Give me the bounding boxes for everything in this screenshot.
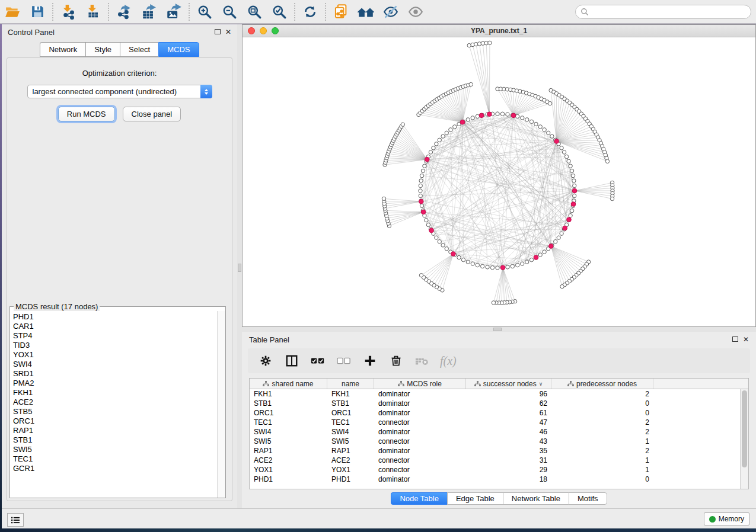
network-node[interactable] (554, 240, 557, 243)
network-node[interactable] (419, 184, 422, 187)
column-header-successor-nodes[interactable]: successor nodes∨ (466, 379, 551, 389)
network-node[interactable] (573, 194, 576, 197)
mcds-result-item[interactable]: GCR1 (13, 464, 217, 473)
export-image-button[interactable] (161, 1, 186, 23)
network-node[interactable] (550, 134, 554, 138)
network-node[interactable] (570, 209, 573, 212)
network-node[interactable] (605, 159, 609, 163)
network-node[interactable] (441, 243, 445, 247)
table-row[interactable]: TEC1TEC1connector472 (250, 418, 740, 427)
network-node[interactable] (610, 197, 614, 200)
network-node[interactable] (521, 262, 524, 265)
network-node[interactable] (490, 266, 494, 270)
network-node[interactable] (453, 125, 457, 129)
network-window-titlebar[interactable]: YPA_prune.txt_1 (243, 25, 755, 37)
table-cell[interactable]: 35 (466, 446, 551, 456)
mcds-network-node[interactable] (479, 113, 484, 118)
network-node[interactable] (500, 112, 504, 116)
import-table-button[interactable] (81, 1, 106, 23)
network-node[interactable] (515, 263, 519, 267)
mcds-result-item[interactable]: ACE2 (13, 398, 217, 407)
network-node[interactable] (435, 142, 438, 146)
show-columns-button[interactable] (283, 351, 300, 370)
network-node[interactable] (511, 264, 514, 268)
table-cell[interactable]: 31 (466, 456, 551, 465)
network-node[interactable] (496, 112, 499, 116)
network-node[interactable] (506, 113, 509, 116)
table-cell[interactable]: FKH1 (327, 389, 374, 399)
network-node[interactable] (572, 179, 576, 182)
network-node[interactable] (534, 122, 538, 126)
table-cell[interactable]: YOX1 (250, 465, 327, 475)
mcds-result-item[interactable]: CAR1 (13, 322, 217, 331)
table-cell[interactable]: YOX1 (327, 465, 374, 475)
table-row[interactable]: SWI4SWI4dominator462 (250, 427, 740, 437)
network-node[interactable] (547, 131, 550, 134)
mcds-result-item[interactable]: PMA2 (13, 379, 217, 388)
table-cell[interactable]: 2 (551, 427, 653, 437)
export-table-button[interactable] (136, 1, 161, 23)
tab-network[interactable]: Network (40, 42, 85, 57)
table-cell[interactable]: SWI5 (250, 437, 327, 446)
network-node[interactable] (419, 179, 423, 182)
mcds-network-node[interactable] (451, 252, 456, 257)
open-file-button[interactable] (0, 1, 25, 23)
network-node[interactable] (429, 150, 432, 154)
network-node[interactable] (382, 197, 385, 200)
table-row[interactable]: ORC1ORC1dominator610 (250, 408, 740, 418)
network-node[interactable] (466, 260, 470, 264)
tab-edge-table[interactable]: Edge Table (447, 492, 503, 505)
network-node[interactable] (562, 150, 566, 154)
tab-motifs[interactable]: Motifs (569, 492, 607, 505)
network-node[interactable] (441, 134, 445, 138)
network-node[interactable] (571, 174, 575, 177)
network-node[interactable] (426, 223, 430, 226)
network-node[interactable] (573, 184, 576, 187)
tab-mcds[interactable]: MCDS (158, 42, 199, 57)
table-cell[interactable]: 62 (466, 399, 551, 408)
mcds-network-node[interactable] (572, 188, 577, 193)
table-cell[interactable]: 2 (551, 389, 653, 399)
network-node[interactable] (506, 265, 509, 269)
network-node[interactable] (425, 219, 428, 222)
copy-style-button[interactable] (328, 1, 353, 23)
table-cell[interactable]: dominator (374, 408, 466, 418)
network-node[interactable] (570, 169, 573, 172)
network-canvas[interactable] (243, 37, 755, 326)
network-node[interactable] (486, 265, 489, 269)
node-table[interactable]: shared namenameMCDS rolesuccessor nodes∨… (249, 378, 749, 489)
table-row[interactable]: STB1STB1dominator620 (250, 399, 740, 408)
network-node[interactable] (423, 164, 426, 168)
function-builder-button[interactable]: f(x) (440, 351, 457, 370)
network-node[interactable] (432, 146, 435, 150)
add-column-button[interactable] (362, 351, 378, 370)
network-node[interactable] (401, 123, 404, 126)
table-cell[interactable]: 2 (551, 446, 653, 456)
network-node[interactable] (445, 247, 448, 251)
network-node[interactable] (529, 120, 533, 123)
network-node[interactable] (525, 260, 529, 264)
table-row[interactable]: YOX1YOX1connector291 (250, 465, 740, 475)
tab-style[interactable]: Style (85, 42, 120, 57)
network-node[interactable] (466, 118, 470, 121)
table-cell[interactable]: SWI4 (250, 427, 327, 437)
refresh-button[interactable] (298, 1, 323, 23)
tab-network-table[interactable]: Network Table (503, 492, 569, 505)
mcds-result-item[interactable]: RAP1 (13, 426, 217, 435)
table-cell[interactable]: 1 (551, 456, 653, 465)
network-node[interactable] (543, 250, 546, 254)
hide-selected-button[interactable] (378, 1, 403, 23)
network-node[interactable] (445, 131, 448, 134)
network-node[interactable] (471, 116, 474, 120)
table-cell[interactable]: SWI4 (327, 427, 374, 437)
network-node[interactable] (419, 273, 423, 277)
mcds-result-scrollbar[interactable] (217, 311, 225, 498)
mcds-network-node[interactable] (549, 244, 554, 249)
table-cell[interactable]: 96 (466, 389, 551, 399)
table-cell[interactable]: ACE2 (250, 456, 327, 465)
table-cell[interactable]: connector (374, 418, 466, 427)
column-header-shared-name[interactable]: shared name (250, 379, 327, 389)
table-row[interactable]: RAP1RAP1dominator352 (250, 446, 740, 456)
network-node[interactable] (496, 266, 499, 270)
network-node[interactable] (421, 169, 425, 172)
